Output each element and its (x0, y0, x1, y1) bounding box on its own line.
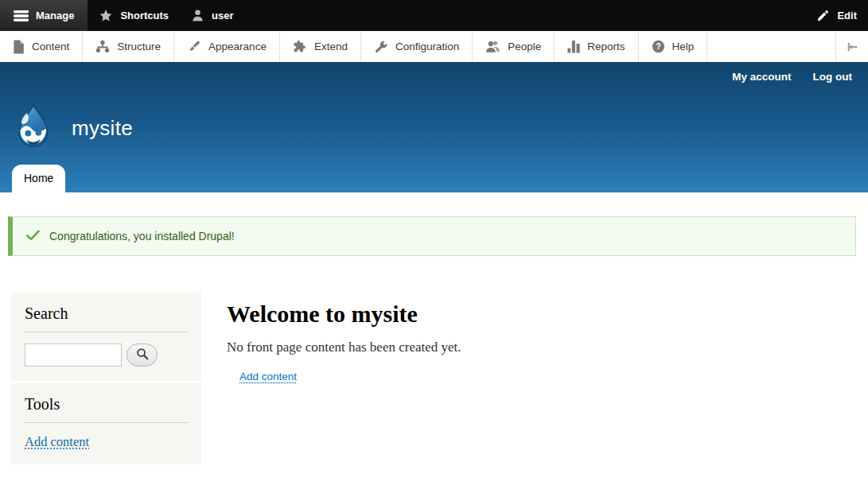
magnifier-icon (136, 347, 149, 363)
admin-item-manage[interactable]: Manage (0, 0, 88, 31)
page-title: Welcome to mysite (227, 301, 808, 328)
tools-block: Tools Add content (11, 383, 201, 464)
admin-item-label: Edit (837, 10, 857, 21)
help-icon: ? (652, 40, 665, 53)
empty-frontpage-text: No front page content has been created y… (227, 340, 808, 355)
block-divider (25, 422, 188, 423)
toolbar-item-label: Structure (117, 41, 161, 52)
log-out-link[interactable]: Log out (813, 71, 852, 83)
content-icon (13, 40, 25, 54)
tray-spacer (707, 31, 835, 62)
toolbar-item-label: Extend (314, 41, 348, 52)
hamburger-menu-icon (14, 10, 29, 21)
add-content-link[interactable]: Add content (239, 371, 297, 382)
wrench-icon (374, 40, 388, 53)
puzzle-icon (293, 40, 307, 53)
svg-text:?: ? (656, 41, 660, 51)
admin-bar-spacer (245, 0, 806, 31)
toolbar-item-label: Configuration (395, 41, 459, 52)
toolbar-item-configuration[interactable]: Configuration (361, 31, 473, 62)
my-account-link[interactable]: My account (732, 71, 791, 83)
toolbar-item-reports[interactable]: Reports (555, 31, 638, 62)
toolbar-item-extend[interactable]: Extend (280, 31, 361, 62)
tab-home[interactable]: Home (12, 165, 65, 192)
admin-toolbar-tray: Content Structure Appearance Extend Conf… (0, 31, 868, 62)
checkmark-icon (26, 230, 40, 243)
search-button[interactable] (127, 343, 158, 367)
bar-chart-icon (567, 40, 580, 53)
star-icon (99, 9, 113, 22)
admin-item-edit[interactable]: Edit (805, 0, 868, 31)
pencil-icon (816, 9, 830, 22)
toolbar-item-label: Reports (587, 41, 625, 52)
action-links: Add content (239, 369, 808, 383)
collapse-left-icon (845, 41, 859, 53)
search-block: Search (11, 293, 201, 381)
main-content: Welcome to mysite No front page content … (227, 293, 808, 383)
admin-item-shortcuts[interactable]: Shortcuts (88, 0, 180, 31)
admin-item-label: user (212, 10, 233, 21)
status-message-text: Congratulations, you installed Drupal! (49, 230, 235, 243)
toolbar-item-appearance[interactable]: Appearance (174, 31, 280, 62)
toolbar-item-label: Appearance (208, 41, 267, 52)
paintbrush-icon (187, 40, 201, 53)
admin-item-user[interactable]: user (180, 0, 244, 31)
site-name[interactable]: mysite (72, 116, 133, 141)
user-icon (191, 9, 204, 22)
secondary-menu: My account Log out (732, 71, 852, 83)
admin-item-label: Manage (36, 10, 74, 21)
structure-icon (95, 40, 110, 53)
search-block-title: Search (25, 303, 188, 323)
search-input[interactable] (25, 343, 122, 367)
search-form (25, 343, 188, 367)
toolbar-orientation-toggle[interactable] (835, 31, 868, 62)
site-branding: mysite (10, 103, 133, 153)
toolbar-item-structure[interactable]: Structure (83, 31, 174, 62)
toolbar-item-label: People (508, 41, 541, 52)
toolbar-item-label: Content (32, 41, 69, 52)
site-header: My account Log out mysite (0, 62, 868, 192)
tools-block-title: Tools (25, 394, 188, 413)
drupal-logo[interactable] (10, 103, 56, 153)
toolbar-item-help[interactable]: ? Help (639, 31, 708, 62)
block-divider (25, 332, 188, 332)
toolbar-item-content[interactable]: Content (0, 31, 83, 62)
admin-item-label: Shortcuts (120, 10, 169, 21)
toolbar-item-people[interactable]: People (473, 31, 555, 62)
admin-toolbar-bar: Manage Shortcuts user Edit (0, 0, 868, 31)
toolbar-item-label: Help (672, 41, 695, 52)
people-icon (485, 40, 500, 53)
tools-add-content-link[interactable]: Add content (25, 434, 89, 449)
status-message: Congratulations, you installed Drupal! (8, 216, 856, 256)
